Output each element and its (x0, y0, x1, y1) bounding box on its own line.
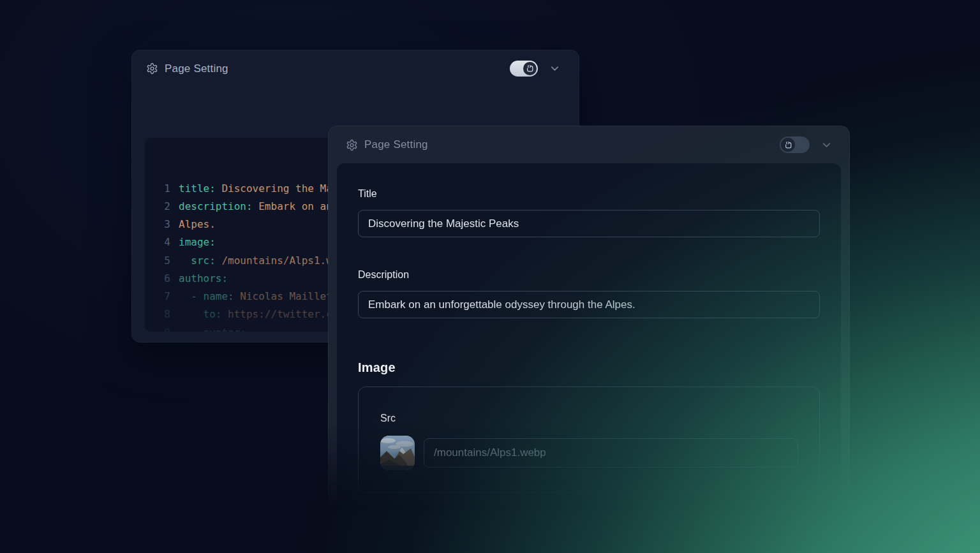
description-label: Description (358, 268, 820, 282)
src-label: Src (380, 411, 798, 425)
panel-header: Page Setting (132, 50, 579, 87)
mountain-photo (380, 436, 415, 470)
image-group-box: Src (358, 387, 820, 492)
image-thumbnail[interactable] (380, 436, 415, 470)
panel-header: Page Setting (329, 126, 849, 163)
title-label: Title (358, 187, 820, 201)
toggle-knob (781, 138, 795, 152)
code-square-icon (526, 64, 534, 73)
description-input[interactable] (358, 291, 820, 318)
gear-icon (146, 63, 158, 75)
image-src-input[interactable] (424, 438, 798, 468)
code-square-icon (784, 141, 792, 149)
code-view-toggle[interactable] (780, 136, 810, 153)
code-view-toggle[interactable] (510, 61, 538, 77)
chevron-down-icon[interactable] (820, 139, 833, 151)
toggle-knob (523, 62, 537, 75)
title-input[interactable] (358, 210, 820, 237)
image-section-heading: Image (358, 359, 820, 376)
gear-icon (346, 139, 358, 151)
chevron-down-icon[interactable] (549, 63, 561, 75)
panel-title: Page Setting (165, 63, 228, 75)
page-setting-panel-form-view: Page Setting Title Description Image Src (328, 126, 850, 508)
page-setting-form: Title Description Image Src (337, 163, 841, 508)
panel-title: Page Setting (364, 138, 428, 151)
